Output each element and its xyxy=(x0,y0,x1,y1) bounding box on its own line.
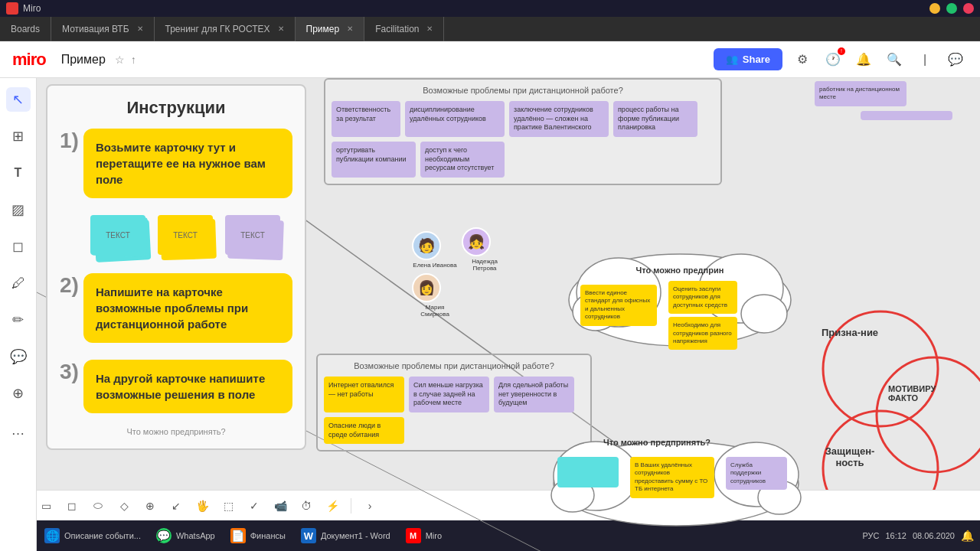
note-future[interactable]: Для сдельной работы нет уверенности в бу… xyxy=(494,377,574,412)
step3-card: На другой карточке напишите возможные ре… xyxy=(83,360,292,413)
note-contract[interactable]: заключение сотрудников удалённо — сложен… xyxy=(509,101,609,137)
notifications-icon[interactable]: 🔔 xyxy=(961,530,974,542)
app-icon xyxy=(6,2,18,15)
tab-primer-label: Пример xyxy=(306,24,340,34)
close-btn[interactable] xyxy=(963,3,974,14)
tool-arrow[interactable]: ↙ xyxy=(165,495,187,517)
tray-time: 16:12 xyxy=(885,531,906,540)
instructions-title: Инструкции xyxy=(60,98,292,118)
tab-training-label: Тренинг для ГК РОСТЕХ xyxy=(165,24,270,34)
comment-button[interactable]: 💬 xyxy=(943,47,968,72)
frames-tool[interactable]: ⊞ xyxy=(6,124,31,148)
more-tool[interactable]: … xyxy=(6,418,31,442)
note-support-service[interactable]: Служба поддержки сотрудников xyxy=(726,457,787,490)
text-tool[interactable]: T xyxy=(6,161,31,185)
timer-button[interactable]: 🕐 ! xyxy=(821,47,845,72)
tab-training-close[interactable]: ✕ xyxy=(278,24,284,33)
note-responsibility[interactable]: Ответственность за результат xyxy=(332,101,400,137)
settings-button[interactable]: ⚙ xyxy=(790,47,815,72)
maximize-btn[interactable] xyxy=(946,3,957,14)
tool-timer[interactable]: ⏱ xyxy=(296,495,317,517)
tool-ellipse[interactable]: ⬭ xyxy=(87,495,109,517)
cloud-right-top: Что можно предприн Ввести единое стандар… xyxy=(557,223,802,364)
tab-primer[interactable]: Пример ✕ xyxy=(296,17,365,41)
tab-boards[interactable]: Boards xyxy=(0,17,51,41)
whatsapp-icon: 💬 xyxy=(156,528,172,543)
canvas-area[interactable]: Инструкции 1) Возьмите карточку тут и пе… xyxy=(37,78,980,551)
tab-motivation-label: Мотивация ВТБ xyxy=(62,24,129,34)
tool-connect[interactable]: ◇ xyxy=(113,495,135,517)
tool-video[interactable]: 📹 xyxy=(270,495,291,517)
tab-facilitation-label: Facilitation xyxy=(375,24,419,34)
share-upload-icon[interactable]: ↑ xyxy=(131,54,136,66)
note-load[interactable]: Сил меньше нагрузка в случае задней на р… xyxy=(409,377,489,412)
tab-facilitation[interactable]: Facilitation ✕ xyxy=(364,17,444,41)
note-rt-1[interactable]: работник на дистанционном месте xyxy=(815,81,906,106)
problems-area-top: Возможные проблемы при дистанционной раб… xyxy=(324,78,722,185)
tab-facilitation-close[interactable]: ✕ xyxy=(426,24,433,33)
tool-sticky2[interactable]: ⬚ xyxy=(217,495,239,517)
step2-card: Напишите на карточке возможные проблемы … xyxy=(83,273,292,343)
taskbar-item-whatsapp[interactable]: 💬 WhatsApp xyxy=(149,522,223,549)
tab-primer-close[interactable]: ✕ xyxy=(347,24,353,33)
avatar-maria-label: Мария Смирнова xyxy=(412,304,458,318)
note-standard[interactable]: Ввести единое стандарт для офисных и дал… xyxy=(580,285,657,326)
tool-check[interactable]: ✓ xyxy=(243,495,265,517)
note-access[interactable]: доступ к чего необходимым ресурсам отсут… xyxy=(420,142,505,178)
note-discipline[interactable]: дисциплинирование удалённых сотрудников xyxy=(405,101,505,137)
problems-bottom-title: Возможные проблемы при дистанционной раб… xyxy=(324,361,584,370)
tab-training[interactable]: Тренинг для ГК РОСТЕХ ✕ xyxy=(155,17,296,41)
notifications-button[interactable]: 🔔 xyxy=(851,47,876,72)
instructions-panel: Инструкции 1) Возьмите карточку тут и пе… xyxy=(46,84,306,450)
note-internet-provide[interactable]: В Ваших удалённых сотрудников предостави… xyxy=(630,457,714,498)
tool-add[interactable]: ⊕ xyxy=(139,495,161,517)
problems-top-title: Возможные проблемы при дистанционной раб… xyxy=(332,86,714,95)
note-necessary[interactable]: Необходимо для сотрудников разного напря… xyxy=(668,317,737,350)
tab-motivation-close[interactable]: ✕ xyxy=(137,24,143,33)
note-internet[interactable]: Интернет отвалился — нет работы xyxy=(324,377,404,412)
apps-tool[interactable]: ⊕ xyxy=(6,381,31,406)
shapes-tool[interactable]: ◻ xyxy=(6,234,31,259)
miro-taskbar-label: Miro xyxy=(426,531,442,540)
minimize-btn[interactable] xyxy=(929,3,940,14)
whatsapp-label: WhatsApp xyxy=(176,531,215,540)
cloud-top-title: Что можно предприн xyxy=(636,266,724,275)
collab-button[interactable]: | xyxy=(913,47,937,72)
star-icon[interactable]: ☆ xyxy=(115,54,125,66)
tool-shapes[interactable]: ▭ xyxy=(35,495,57,517)
sticky-notes-row: ТЕКСТ ТЕКСТ ТЕКСТ ТЕКСТ xyxy=(90,215,292,261)
tool-more-bottom[interactable]: › xyxy=(359,495,381,517)
what-can-do-hint: Что можно предпринять? xyxy=(60,427,292,436)
search-button[interactable]: 🔍 xyxy=(882,47,906,72)
taskbar: ⊞ 🌐 Описание событи... 💬 WhatsApp 📄 Фина… xyxy=(0,520,980,551)
share-button[interactable]: 👥 Share xyxy=(714,48,782,70)
note-merit[interactable]: Оценить заслуги сотрудников для доступны… xyxy=(668,281,737,314)
share-label: Share xyxy=(743,54,770,65)
pen-tool[interactable]: 🖊 xyxy=(6,271,31,295)
cursor-tool[interactable]: ↖ xyxy=(6,87,31,112)
tab-boards-label: Boards xyxy=(11,24,40,34)
sticky-stack-yellow: ТЕКСТ ТЕКСТ xyxy=(158,215,219,261)
draw-tool[interactable]: ✏ xyxy=(6,308,31,332)
tool-power[interactable]: ⚡ xyxy=(322,495,343,517)
taskbar-item-finances[interactable]: 📄 Финансы xyxy=(223,522,293,549)
step1-label: 1) xyxy=(60,129,79,153)
taskbar-item-word[interactable]: W Документ1 - Word xyxy=(293,522,398,549)
note-rt-2[interactable] xyxy=(861,111,952,120)
taskbar-item-miro[interactable]: M Miro xyxy=(398,522,449,549)
taskbar-item-browser[interactable]: 🌐 Описание событи... xyxy=(37,522,149,549)
app-header: miro Пример ☆ ↑ 👥 Share ⚙ 🕐 ! 🔔 🔍 | 💬 xyxy=(0,41,980,78)
tool-rect[interactable]: ◻ xyxy=(61,495,83,517)
note-process[interactable]: процесс работы на форме публикации плани… xyxy=(613,101,697,137)
tab-motivation[interactable]: Мотивация ВТБ ✕ xyxy=(51,17,154,41)
comment-tool[interactable]: 💬 xyxy=(6,344,31,369)
miro-logo: miro xyxy=(12,50,46,70)
note-publish[interactable]: ортутривать публикации компании xyxy=(332,142,416,178)
step2-label: 2) xyxy=(60,273,79,298)
tool-hand[interactable]: 🖐 xyxy=(191,495,213,517)
tool-divider1 xyxy=(351,498,351,514)
sticky-tool[interactable]: ▨ xyxy=(6,197,31,222)
right-top-notes: работник на дистанционном месте Дискрими… xyxy=(812,78,980,123)
note-cyan-bottom[interactable] xyxy=(557,457,619,487)
note-danger[interactable]: Опасние люди в среде обитания xyxy=(324,417,404,444)
